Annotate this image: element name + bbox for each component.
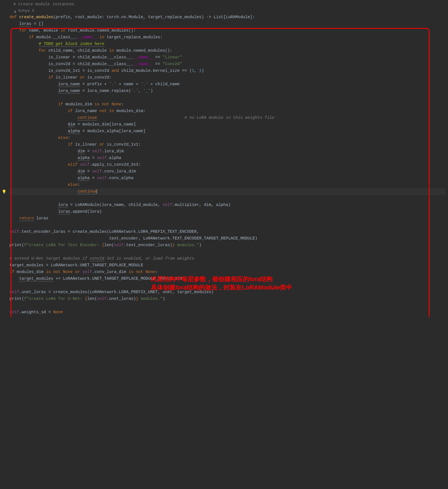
code-line[interactable]: elif self.apply_to_conv2d_3x3: [9, 162, 445, 168]
code-line[interactable]: target_modules = LoRANetwork.UNET_TARGET… [9, 262, 445, 269]
code-line[interactable] [9, 302, 445, 309]
code-line[interactable]: print(f"create LoRA for Text Encoder: {l… [9, 242, 445, 249]
code-line[interactable]: lora_name = prefix + '.' + name + '.' + … [9, 81, 445, 88]
code-line[interactable]: lora = LoRAModule(lora_name, child_modul… [9, 202, 445, 208]
code-line[interactable]: for name, module in root_module.named_mo… [9, 27, 445, 34]
code-line[interactable]: dim = self.lora_dim [9, 148, 445, 155]
code-line[interactable]: alpha = self.alpha [9, 155, 445, 162]
code-line[interactable]: loras = [] [9, 21, 445, 27]
code-line[interactable]: # extend U-Net target modules if conv2d … [9, 255, 445, 262]
code-line[interactable]: print(f"create LoRA for U-Net: {len(self… [9, 296, 445, 302]
code-line[interactable]: target_modules += LoRANetwork.UNET_TARGE… [9, 276, 445, 282]
code-line[interactable]: alpha = self.conv_alpha [9, 175, 445, 182]
code-line[interactable]: continue # no LoRA module in this weight… [9, 115, 445, 121]
code-line[interactable]: for child_name, child_module in module.n… [9, 48, 445, 54]
code-line[interactable]: self.unet_loras = create_modules(LoRANet… [9, 289, 445, 296]
code-line[interactable]: if modules_dim is not None or self.conv_… [9, 269, 445, 276]
code-line[interactable]: if module.__class__.__name__ in target_r… [9, 34, 445, 41]
code-line[interactable]: else: [9, 135, 445, 141]
author-line: Kohya S [9, 8, 445, 14]
author-name: Kohya S [18, 8, 34, 14]
bulb-icon[interactable]: 💡 [2, 189, 6, 195]
code-line[interactable]: if modules_dim is not None: [9, 101, 445, 108]
section-comment: # create module instances [9, 1, 445, 8]
code-line[interactable] [9, 282, 445, 289]
code-line[interactable]: dim = modules_dim[lora_name] [9, 121, 445, 128]
code-line[interactable]: def create_modules(prefix, root_module: … [9, 14, 445, 21]
code-line[interactable]: is_conv2d_1x1 = is_conv2d and child_modu… [9, 68, 445, 74]
code-line[interactable]: else: [9, 182, 445, 188]
code-line[interactable]: lora_name = lora_name.replace('.', '_') [9, 88, 445, 94]
code-line[interactable]: is_conv2d = child_module.__class__.__nam… [9, 61, 445, 68]
code-line[interactable]: return loras [9, 215, 445, 222]
code-line[interactable]: if is_linear or is_conv2d: [9, 74, 445, 81]
code-line[interactable]: loras.append(lora) [9, 208, 445, 215]
code-line[interactable]: if lora_name not in modules_dim: [9, 108, 445, 115]
code-line[interactable]: dim = self.conv_lora_dim [9, 168, 445, 175]
code-line[interactable]: alpha = modules_alpha[lora_name] [9, 128, 445, 135]
code-editor[interactable]: # create module instances Kohya S def cr… [0, 1, 448, 316]
code-line[interactable]: if is_linear or is_conv2d_1x1: [9, 141, 445, 148]
code-line[interactable] [9, 249, 445, 255]
code-line[interactable] [9, 195, 445, 202]
code-line[interactable]: self.text_encoder_loras = create_modules… [9, 229, 445, 235]
code-line[interactable]: text_encoder, LoRANetwork.TEXT_ENCODER_T… [9, 235, 445, 242]
code-line[interactable] [9, 94, 445, 101]
person-icon [13, 9, 17, 13]
code-line[interactable]: self.weights_sd = None [9, 309, 445, 316]
code-line[interactable]: is_linear = child_module.__class__.__nam… [9, 54, 445, 61]
code-line[interactable]: # TODO get block index here [9, 41, 445, 48]
code-line[interactable] [9, 222, 445, 229]
code-line-cursor[interactable]: 💡 continue [9, 188, 445, 195]
